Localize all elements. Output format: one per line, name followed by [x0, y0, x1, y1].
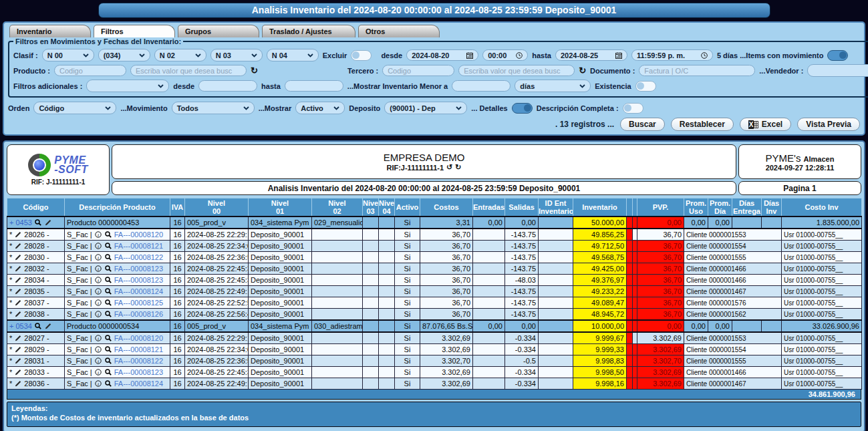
- search-icon[interactable]: [105, 311, 112, 317]
- movement-code-cell[interactable]: *28027 -: [7, 332, 65, 344]
- refresh-icon[interactable]: ↻: [579, 66, 586, 75]
- movement-desc-cell[interactable]: S_Fac |iFA---00008126: [65, 309, 170, 321]
- info-icon[interactable]: i: [95, 299, 102, 306]
- clasif-select-n03[interactable]: N 03: [210, 49, 263, 61]
- edit-icon[interactable]: [45, 219, 51, 226]
- search-icon[interactable]: [105, 231, 112, 238]
- mostrar-select[interactable]: Activo: [295, 102, 345, 114]
- info-icon[interactable]: i: [95, 277, 102, 283]
- deposito-select[interactable]: (90001) - Dep: [384, 102, 467, 114]
- movement-desc-cell[interactable]: S_Fac |iFA---00008123: [65, 367, 170, 378]
- hasta2-input[interactable]: [285, 80, 343, 92]
- tab-otros[interactable]: Otros: [358, 25, 440, 37]
- search-icon[interactable]: [105, 346, 112, 353]
- movement-code-cell[interactable]: *28036 -: [7, 378, 65, 390]
- info-icon[interactable]: i: [95, 231, 102, 238]
- tab-grupos[interactable]: Grupos: [178, 25, 259, 37]
- movimiento-select[interactable]: Todos: [172, 102, 255, 114]
- info-icon[interactable]: i: [95, 357, 102, 364]
- movement-code-cell[interactable]: *28035 -: [7, 286, 65, 297]
- tercero-buscar-input[interactable]: [458, 65, 575, 76]
- movement-code-cell[interactable]: *28029 -: [7, 344, 65, 355]
- items-con-movimiento-toggle[interactable]: [827, 50, 848, 61]
- search-icon[interactable]: [105, 265, 112, 272]
- info-icon[interactable]: i: [95, 335, 102, 341]
- desde-time-field[interactable]: 00:00: [482, 49, 528, 61]
- info-icon[interactable]: i: [95, 288, 102, 295]
- desde2-input[interactable]: [198, 80, 257, 92]
- search-icon[interactable]: [105, 288, 112, 295]
- edit-icon[interactable]: [15, 288, 21, 295]
- descripcion-completa-toggle[interactable]: [623, 103, 643, 114]
- edit-icon[interactable]: [45, 323, 51, 329]
- clasif-select-n02[interactable]: N 02: [154, 49, 206, 61]
- movement-desc-cell[interactable]: S_Fac |iFA---00008122: [65, 252, 170, 263]
- edit-icon[interactable]: [15, 357, 21, 364]
- search-icon[interactable]: [105, 335, 112, 341]
- inventario-menor-input[interactable]: [452, 80, 511, 92]
- edit-icon[interactable]: [15, 335, 21, 341]
- movement-code-cell[interactable]: *28038 -: [7, 309, 65, 321]
- edit-icon[interactable]: [15, 311, 21, 317]
- movement-desc-cell[interactable]: S_Fac |iFA---00008121: [65, 241, 170, 252]
- edit-icon[interactable]: [15, 277, 21, 283]
- info-icon[interactable]: i: [95, 380, 102, 387]
- info-icon[interactable]: i: [95, 265, 102, 272]
- info-icon[interactable]: i: [95, 369, 102, 376]
- search-icon[interactable]: [105, 369, 112, 376]
- movement-code-cell[interactable]: *28026 -: [7, 229, 65, 241]
- clasif-select-n04[interactable]: N 04: [267, 49, 319, 61]
- hasta-time-field[interactable]: 11:59:59 p. m.: [631, 49, 713, 61]
- orden-select[interactable]: Código: [33, 102, 116, 114]
- refresh-icon[interactable]: ↻: [455, 163, 461, 172]
- edit-icon[interactable]: [15, 265, 21, 272]
- movement-desc-cell[interactable]: S_Fac |iFA---00008122: [65, 355, 170, 367]
- movement-desc-cell[interactable]: S_Fac |iFA---00008121: [65, 344, 170, 355]
- search-icon[interactable]: [105, 254, 112, 261]
- tab-inventario[interactable]: Inventario: [9, 25, 91, 37]
- product-code-cell[interactable]: + 0453: [7, 217, 65, 229]
- info-icon[interactable]: i: [95, 311, 102, 317]
- edit-icon[interactable]: [15, 231, 21, 238]
- excel-button[interactable]: X Excel: [740, 118, 791, 131]
- movement-code-cell[interactable]: *28032 -: [7, 263, 65, 275]
- movement-desc-cell[interactable]: S_Fac |iFA---00008120: [65, 229, 170, 241]
- tab-filtros[interactable]: Filtros: [94, 25, 175, 37]
- search-icon[interactable]: [105, 357, 112, 364]
- edit-icon[interactable]: [15, 369, 21, 376]
- tercero-codigo-input[interactable]: [382, 65, 454, 76]
- hasta-date-field[interactable]: 2024-08-25: [555, 49, 627, 61]
- movement-code-cell[interactable]: *28028 -: [7, 241, 65, 252]
- producto-buscar-input[interactable]: [130, 65, 247, 76]
- movement-code-cell[interactable]: *28030 -: [7, 252, 65, 263]
- movement-desc-cell[interactable]: S_Fac |iFA---00008123: [65, 263, 170, 275]
- movement-code-cell[interactable]: *28031 -: [7, 355, 65, 367]
- movement-code-cell[interactable]: *28034 -: [7, 275, 65, 286]
- edit-icon[interactable]: [15, 346, 21, 353]
- edit-icon[interactable]: [15, 380, 21, 387]
- refresh-icon[interactable]: ↻: [251, 66, 258, 75]
- search-icon[interactable]: [105, 299, 112, 306]
- restablecer-button[interactable]: Restablecer: [671, 118, 734, 131]
- search-icon[interactable]: [35, 323, 41, 329]
- desde-date-field[interactable]: 2024-08-20: [406, 49, 478, 61]
- edit-icon[interactable]: [15, 243, 21, 249]
- vista-previa-button[interactable]: Vista Previa: [797, 118, 860, 131]
- movement-code-cell[interactable]: *28037 -: [7, 297, 65, 309]
- buscar-button[interactable]: Buscar: [620, 118, 665, 131]
- movement-desc-cell[interactable]: S_Fac |iFA---00008124: [65, 286, 170, 297]
- product-code-cell[interactable]: + 0534: [7, 320, 65, 332]
- search-icon[interactable]: [35, 219, 41, 226]
- info-icon[interactable]: i: [95, 243, 102, 249]
- producto-codigo-input[interactable]: [54, 65, 126, 76]
- movement-desc-cell[interactable]: S_Fac |iFA---00008124: [65, 378, 170, 390]
- search-icon[interactable]: [105, 243, 112, 249]
- clasif-select-n00[interactable]: N 00: [42, 49, 94, 61]
- movement-code-cell[interactable]: *28033 -: [7, 367, 65, 378]
- movement-desc-cell[interactable]: S_Fac |iFA---00008123: [65, 275, 170, 286]
- search-icon[interactable]: [105, 277, 112, 283]
- documento-input[interactable]: [639, 65, 755, 76]
- filtros-adicionales-select[interactable]: [86, 80, 169, 92]
- vendedor-select[interactable]: [807, 64, 868, 77]
- excluir-toggle[interactable]: [351, 50, 372, 61]
